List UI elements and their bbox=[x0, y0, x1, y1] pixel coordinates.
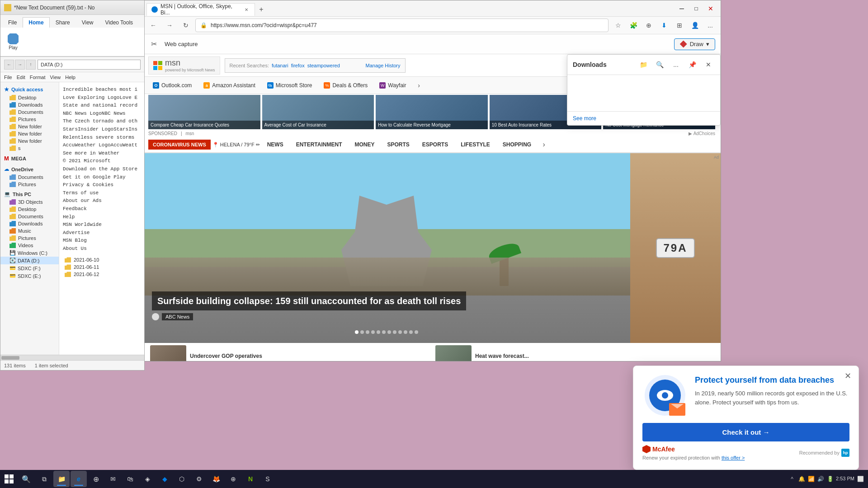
sidebar-item-pictures[interactable]: Pictures bbox=[0, 116, 59, 123]
sidebar-item-od-pictures[interactable]: Pictures bbox=[0, 181, 59, 188]
fe-tab-view[interactable]: View bbox=[76, 17, 99, 28]
fe-path-display[interactable]: DATA (D:) bbox=[38, 60, 141, 70]
fe-forward-btn[interactable]: → bbox=[15, 60, 25, 70]
sidebar-item-sdxc-f[interactable]: 💳 SDXC (F:) bbox=[0, 264, 59, 272]
fe-date-item-1[interactable]: 2021-06-10 bbox=[63, 256, 141, 263]
taskbar-store-btn[interactable]: 🛍 bbox=[122, 471, 138, 487]
msn-nav-coronavirus[interactable]: CORONAVIRUS NEWS bbox=[148, 140, 211, 150]
fe-tab-videotools[interactable]: Video Tools bbox=[99, 17, 139, 28]
browser-tab-close-btn[interactable]: ✕ bbox=[243, 6, 250, 13]
search-tag-3[interactable]: steampowered bbox=[307, 63, 340, 68]
sponsored-item-1[interactable]: Compare Cheap Car Insurance Quotes bbox=[148, 95, 260, 129]
downloads-see-more-link[interactable]: See more bbox=[567, 111, 720, 125]
mcafee-cta-btn[interactable]: Check it out → bbox=[642, 423, 849, 441]
favorites-btn[interactable]: ☆ bbox=[611, 19, 625, 32]
sidebar-item-pc-pictures[interactable]: Pictures bbox=[0, 235, 59, 242]
downloads-close-btn[interactable]: ✕ bbox=[702, 58, 715, 71]
msn-search-bar[interactable]: Recent Searches: futanari firefox steamp… bbox=[225, 58, 406, 73]
manage-history-link[interactable]: Manage History bbox=[366, 63, 401, 68]
msn-nav-sports[interactable]: SPORTS bbox=[382, 138, 415, 151]
bookmark-wayfair[interactable]: W Wayfair bbox=[375, 81, 410, 90]
fe-horizontal-scrollbar[interactable] bbox=[0, 355, 144, 360]
msn-nav-entertainment[interactable]: ENTERTAINMENT bbox=[291, 138, 348, 151]
taskbar-task-view[interactable]: ⧉ bbox=[36, 471, 52, 487]
ad-choices-link[interactable]: ▶ AdChoices bbox=[689, 131, 715, 136]
sponsored-item-2[interactable]: Average Cost of Car Insurance bbox=[262, 95, 374, 129]
apps-btn[interactable]: ⊞ bbox=[673, 19, 686, 32]
sidebar-item-od-documents[interactable]: Documents bbox=[0, 174, 59, 181]
sidebar-item-s[interactable]: s bbox=[0, 145, 59, 152]
msn-sidebar-advertisement[interactable]: 79A Ad bbox=[630, 153, 721, 343]
msn-nav-shopping[interactable]: SHOPPING bbox=[497, 138, 537, 151]
browser-close-btn[interactable]: ✕ bbox=[704, 2, 717, 15]
fe-onedrive-header[interactable]: ☁ OneDrive bbox=[0, 165, 59, 174]
fe-menu-format[interactable]: Format bbox=[30, 75, 46, 80]
hero-dot-1[interactable] bbox=[355, 330, 359, 334]
browser-back-btn[interactable]: ← bbox=[146, 19, 160, 32]
hero-dot-4[interactable] bbox=[371, 330, 375, 334]
sponsored-item-3[interactable]: How to Calculate Reverse Mortgage bbox=[376, 95, 488, 129]
taskbar-clock[interactable]: 2:53 PM bbox=[836, 475, 854, 482]
sidebar-item-pc-documents[interactable]: Documents bbox=[0, 213, 59, 220]
tray-wifi[interactable]: 📶 bbox=[807, 475, 815, 483]
search-tag-1[interactable]: futanari bbox=[272, 63, 288, 68]
taskbar-dropbox-btn[interactable]: ◆ bbox=[156, 471, 173, 487]
sidebar-item-newfolder3[interactable]: New folder bbox=[0, 137, 59, 145]
sidebar-item-newfolder1[interactable]: New folder bbox=[0, 123, 59, 130]
hero-dot-7[interactable] bbox=[387, 330, 391, 334]
taskbar-mail-btn[interactable]: ✉ bbox=[105, 471, 121, 487]
taskbar-nvidia-btn[interactable]: N bbox=[242, 471, 259, 487]
hero-dot-3[interactable] bbox=[366, 330, 369, 334]
browser-maximize-btn[interactable]: □ bbox=[690, 2, 703, 15]
fe-up-btn[interactable]: ↑ bbox=[26, 60, 36, 70]
msn-logo[interactable]: msn powered by Microsoft News bbox=[148, 56, 220, 75]
fe-date-item-2[interactable]: 2021-06-11 bbox=[63, 263, 141, 271]
hero-dot-9[interactable] bbox=[398, 330, 402, 334]
taskbar-edge-btn[interactable]: e bbox=[71, 471, 87, 487]
taskbar-app13-btn[interactable]: S bbox=[259, 471, 276, 487]
msn-bottom-story-1[interactable]: Undercover GOP operatives bbox=[148, 347, 430, 361]
fe-thispc-header[interactable]: 💻 This PC bbox=[0, 190, 59, 198]
taskbar-search-btn[interactable]: 🔍 bbox=[18, 471, 34, 487]
sidebar-item-windows-c[interactable]: 💾 Windows (C:) bbox=[0, 249, 59, 257]
mcafee-offer-link[interactable]: this offer > bbox=[722, 455, 745, 460]
fe-tab-file[interactable]: File bbox=[2, 17, 23, 28]
taskbar-app11-btn[interactable]: ⊕ bbox=[225, 471, 241, 487]
fe-mega-header[interactable]: M MEGA bbox=[0, 154, 59, 163]
fe-quick-access-header[interactable]: Quick access bbox=[0, 85, 59, 94]
bookmark-deals[interactable]: % Deals & Offers bbox=[319, 81, 372, 90]
fe-menu-view[interactable]: View bbox=[50, 75, 61, 80]
msn-nav-location[interactable]: 📍 HELENA / 79°F ✏ bbox=[212, 142, 260, 148]
hero-dot-12[interactable] bbox=[415, 330, 418, 334]
browser-tab-msn[interactable]: MSN | Outlook, Office, Skype, Bi... ✕ bbox=[146, 3, 255, 16]
downloads-open-folder-btn[interactable]: 📁 bbox=[637, 58, 650, 71]
profile-btn[interactable]: 👤 bbox=[688, 19, 702, 32]
fe-back-btn[interactable]: ← bbox=[4, 60, 14, 70]
hero-dot-2[interactable] bbox=[360, 330, 364, 334]
msn-nav-more-btn[interactable]: › bbox=[538, 139, 549, 150]
taskbar-app8-btn[interactable]: ⬡ bbox=[174, 471, 190, 487]
fe-menu-help[interactable]: Help bbox=[65, 75, 75, 80]
taskbar-steam-btn[interactable]: ⚙ bbox=[191, 471, 207, 487]
browser-more-btn[interactable]: ... bbox=[703, 19, 717, 32]
sidebar-item-data-d[interactable]: 💽 DATA (D:) bbox=[0, 257, 59, 264]
msn-nav-news[interactable]: NEWS bbox=[262, 138, 289, 151]
new-tab-button[interactable]: + bbox=[255, 3, 268, 16]
msn-hero-article[interactable]: Surfside building collapse: 159 still un… bbox=[143, 153, 630, 343]
tray-notifications[interactable]: 🔔 bbox=[797, 475, 806, 483]
sidebar-item-videos[interactable]: Videos bbox=[0, 242, 59, 249]
browser-minimize-btn[interactable]: ─ bbox=[675, 2, 688, 15]
hero-dot-11[interactable] bbox=[409, 330, 413, 334]
fe-menu-edit[interactable]: Edit bbox=[17, 75, 25, 80]
tray-action-center[interactable]: ⬜ bbox=[856, 475, 864, 483]
tray-volume[interactable]: 🔊 bbox=[816, 475, 825, 483]
taskbar-file-explorer-btn[interactable]: 📁 bbox=[53, 471, 70, 487]
mcafee-close-btn[interactable]: ✕ bbox=[841, 370, 854, 382]
downloads-btn[interactable]: ⬇ bbox=[657, 19, 671, 32]
sidebar-item-newfolder2[interactable]: New folder bbox=[0, 130, 59, 137]
hero-dot-6[interactable] bbox=[382, 330, 386, 334]
downloads-pin-btn[interactable]: 📌 bbox=[686, 58, 698, 71]
start-button[interactable] bbox=[0, 470, 18, 488]
fe-play-btn[interactable]: Play bbox=[4, 32, 22, 52]
msn-bottom-story-2[interactable]: Heat wave forecast... bbox=[434, 347, 715, 361]
